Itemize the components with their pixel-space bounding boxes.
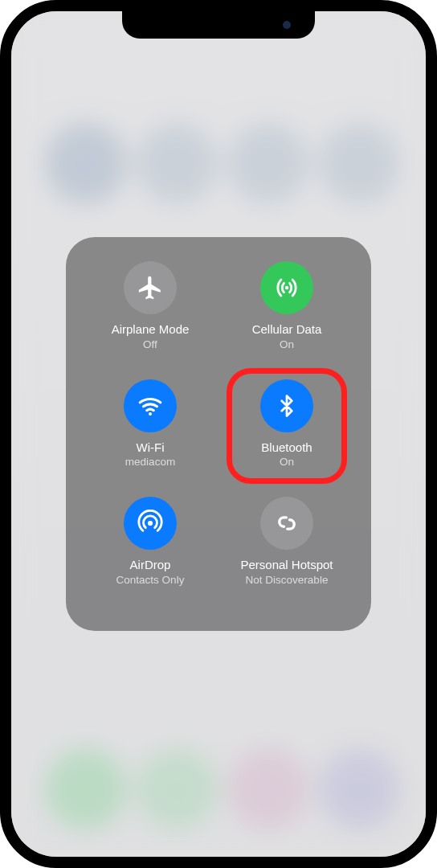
airdrop-icon [124,497,177,550]
hotspot-status: Not Discoverable [246,574,329,586]
wifi-title: Wi-Fi [137,440,165,456]
airdrop-status: Contacts Only [116,574,185,586]
side-button [426,208,431,292]
airplane-status: Off [143,338,157,350]
wifi-icon [124,379,177,432]
airdrop-toggle[interactable]: AirDrop Contacts Only [84,497,217,612]
cellular-title: Cellular Data [252,322,322,338]
airplane-icon [124,261,177,314]
bluetooth-status: On [280,456,294,468]
bluetooth-toggle[interactable]: Bluetooth On [220,379,353,494]
cellular-icon [260,261,313,314]
svg-point-2 [148,521,153,526]
device-frame: Airplane Mode Off Cellular Data On [0,0,437,868]
airdrop-title: AirDrop [130,558,171,573]
bluetooth-title: Bluetooth [261,440,312,456]
connectivity-panel: Airplane Mode Off Cellular Data On [66,237,371,631]
camera-dot [283,21,291,29]
personal-hotspot-toggle[interactable]: Personal Hotspot Not Discoverable [220,497,353,612]
cellular-status: On [280,338,294,350]
bluetooth-icon [260,379,313,432]
airplane-mode-toggle[interactable]: Airplane Mode Off [84,261,217,376]
hotspot-icon [260,497,313,550]
screen: Airplane Mode Off Cellular Data On [11,11,426,857]
notch [122,11,315,39]
hotspot-title: Personal Hotspot [240,558,333,573]
wifi-toggle[interactable]: Wi-Fi mediacom [84,379,217,494]
wifi-network: mediacom [125,456,175,468]
svg-point-0 [285,286,289,290]
svg-point-1 [149,412,152,416]
connectivity-grid: Airplane Mode Off Cellular Data On [84,261,353,612]
cellular-data-toggle[interactable]: Cellular Data On [220,261,353,376]
airplane-title: Airplane Mode [112,322,190,338]
